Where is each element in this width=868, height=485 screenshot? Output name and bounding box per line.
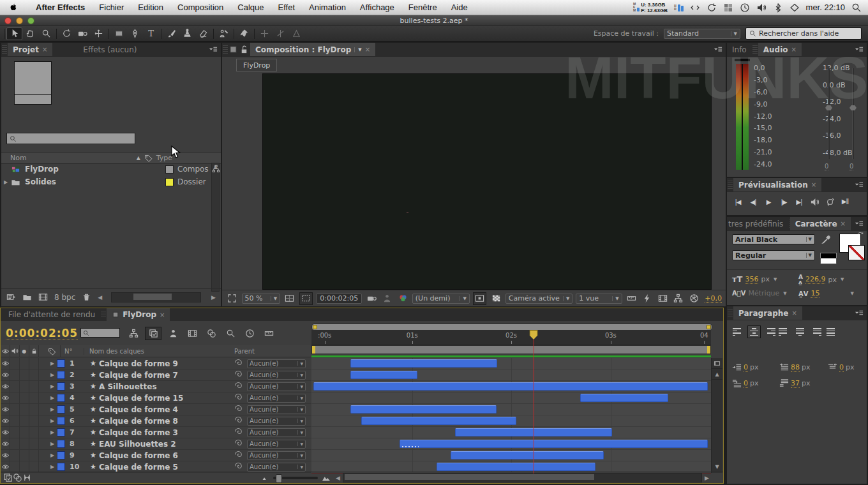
layer-lock-cell[interactable] [29,404,39,415]
target-region-icon[interactable] [475,294,484,303]
exposure-toggle-icon[interactable] [689,294,699,303]
layer-duration-bar[interactable] [313,382,708,391]
layer-lock-cell[interactable] [29,358,39,369]
layer-audio-cell[interactable] [10,415,20,426]
scroll-left-arrow[interactable]: ◀ [98,294,102,301]
tab-info[interactable]: Info [727,43,752,56]
tab-audio[interactable]: Audio× [758,43,802,56]
layer-audio-cell[interactable] [10,369,20,380]
pick-whip-icon[interactable] [234,404,243,413]
mini-flowchart-icon[interactable] [212,164,220,174]
indent-left-value[interactable]: 0 [744,363,748,372]
layer-duration-bar[interactable] [350,371,417,379]
parent-dropdown[interactable]: Aucun(e)▼ [247,394,306,403]
parent-dropdown[interactable]: Aucun(e)▼ [247,359,306,368]
layer-duration-bar[interactable] [350,359,497,368]
loop-button[interactable] [823,196,837,207]
work-area-end-handle[interactable] [707,346,710,354]
layer-expand-arrow[interactable]: ▶ [48,429,57,435]
layer-lock-cell[interactable] [29,450,39,461]
indent-right-value[interactable]: 0 [839,363,844,372]
brainstorm-button[interactable] [223,327,238,340]
no-stroke-swatch[interactable] [848,245,865,260]
layer-name[interactable]: Calque de forme 5 [99,463,234,472]
layer-solo-cell[interactable] [20,358,29,369]
layer-solo-cell[interactable] [20,415,29,426]
comp-marker-bin-icon[interactable] [714,360,721,367]
panel-menu-icon[interactable] [854,219,864,228]
audio-right-level-slider[interactable] [852,68,854,159]
label-swatch[interactable] [165,178,174,186]
layer-duration-bar[interactable] [580,394,668,402]
type-tool[interactable]: T [143,27,159,40]
audio-right-level-value[interactable]: 0 [849,163,853,170]
layer-visibility-icon[interactable] [1,382,10,391]
layer-visibility-icon[interactable] [1,359,10,368]
ram-preview-button[interactable]: ▶⫼ [838,196,852,207]
zoom-out-mountain-icon[interactable] [262,474,269,482]
layer-track-1[interactable] [311,358,711,369]
audio-left-level-value[interactable]: 0 [825,163,828,170]
new-composition-icon[interactable] [38,292,48,302]
rotation-tool[interactable] [59,27,75,40]
layer-audio-cell[interactable] [10,450,20,461]
layer-track-8[interactable] [311,438,711,450]
tracking-value[interactable]: 15 [811,289,819,298]
magnification-dropdown[interactable]: 50 %▼ [242,294,281,304]
apple-menu-icon[interactable] [9,3,17,12]
layer-solo-cell[interactable] [20,392,29,403]
new-folder-icon[interactable] [22,292,32,302]
zoom-window-button[interactable] [27,17,34,24]
pick-whip-icon[interactable] [234,369,243,378]
frame-blending-button[interactable] [184,327,200,340]
layer-name[interactable]: EAU Silhouettes 2 [99,440,234,449]
menu-animation[interactable]: Animation [302,0,353,15]
next-frame-button[interactable]: |▶ [777,196,791,207]
scroll-up-button[interactable]: ▲ [712,369,722,380]
parent-dropdown[interactable]: Aucun(e)▼ [247,451,306,460]
layer-row-3[interactable]: ▶ 3 ★ A Silhouettes Aucun(e)▼ [1,381,311,392]
layer-color-swatch[interactable] [57,440,65,448]
layer-color-swatch[interactable] [57,463,65,471]
project-item-solides[interactable]: ▶ Solides Dossier [1,175,221,188]
parent-dropdown[interactable]: Aucun(e)▼ [247,463,306,472]
comp-timecode[interactable]: 0:00:02:05 [316,294,362,304]
layer-duration-bar[interactable] [361,417,516,425]
graph-editor-button[interactable] [261,327,276,340]
layer-name[interactable]: Calque de forme 7 [99,371,234,380]
layer-solo-cell[interactable] [20,450,29,461]
swap-colors-icon[interactable] [857,231,864,239]
expand-transfer-modes-icon[interactable] [13,473,22,482]
minimize-window-button[interactable] [16,17,23,24]
scroll-right-arrow[interactable]: ▶ [211,294,216,301]
layer-track-9[interactable] [311,450,711,461]
tab-caractere[interactable]: Caractère× [790,217,851,230]
audio-left-level-slider[interactable] [828,68,830,159]
indent-first-line-value[interactable]: 88 [791,363,800,372]
eraser-tool[interactable] [195,27,211,40]
layer-expand-arrow[interactable]: ▶ [48,418,57,424]
draft-3d-button[interactable] [165,327,181,340]
tab-paragraphe[interactable]: Paragraphe× [733,306,802,320]
parent-dropdown[interactable]: Aucun(e)▼ [247,405,306,414]
audio-toggle-button[interactable] [807,196,821,207]
layer-duration-bar[interactable] [350,405,497,414]
expand-layer-switches-icon[interactable] [3,473,13,482]
first-frame-button[interactable]: |◀ [731,196,745,207]
pick-whip-icon[interactable] [234,415,243,424]
layer-color-swatch[interactable] [57,359,65,368]
pan-behind-tool[interactable] [91,27,107,40]
scroll-down-button[interactable]: ▼ [712,461,722,472]
scroll-right-arrow[interactable]: ▶ [705,475,709,481]
parent-dropdown[interactable]: Aucun(e)▼ [247,382,306,391]
zoom-in-mountain-icon[interactable] [322,474,331,482]
layer-audio-cell[interactable] [10,427,20,438]
resolution-dropdown[interactable]: (Un demi)▼ [412,294,470,304]
layer-name[interactable]: A Silhouettes [99,382,234,391]
zoom-tool[interactable] [38,27,54,40]
layer-visibility-icon[interactable] [1,371,10,379]
workspace-dropdown[interactable]: Standard▼ [664,29,740,39]
layer-color-swatch[interactable] [57,371,65,379]
layer-lock-cell[interactable] [29,438,39,449]
selection-tool[interactable] [6,27,22,40]
